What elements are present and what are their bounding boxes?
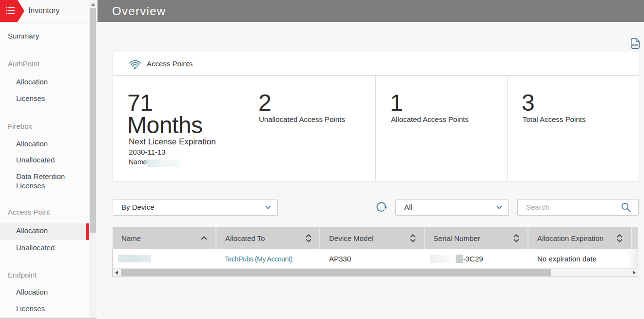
svg-text:csv: csv xyxy=(632,43,638,47)
